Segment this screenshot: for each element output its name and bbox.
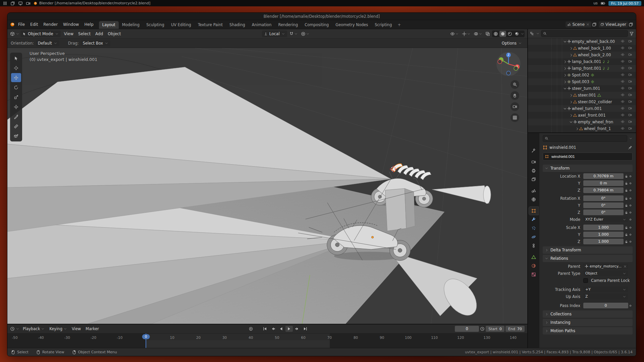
section-header-motion-paths[interactable]: Motion Paths <box>543 327 633 335</box>
section-header-collections[interactable]: Collections <box>543 310 633 318</box>
decorator-icon[interactable] <box>629 203 632 207</box>
decorator-icon[interactable] <box>629 218 632 221</box>
hide-viewport-icon[interactable] <box>621 73 625 76</box>
viewport-camera-button[interactable] <box>511 102 519 111</box>
outliner-item-label[interactable]: wheel_back_1.00 <box>578 46 611 51</box>
camera-parent-lock-checkbox[interactable] <box>583 278 588 283</box>
outliner-item-steer.001[interactable]: steer.001 <box>528 92 636 99</box>
outliner-item-Spot.002[interactable]: Spot.002 <box>528 72 636 78</box>
expand-icon[interactable] <box>563 87 567 90</box>
timeline-menu-marker[interactable]: Marker <box>83 326 101 332</box>
number-field[interactable]: 0 <box>583 303 628 308</box>
overlays-toggle[interactable] <box>473 31 483 37</box>
os-window-entry[interactable]: Blender [/home/amalie/Desktop/blender/mo… <box>34 1 150 5</box>
decorator-icon[interactable] <box>629 196 632 200</box>
expand-icon[interactable] <box>569 113 573 118</box>
expand-icon[interactable] <box>569 120 573 124</box>
disable-render-icon[interactable] <box>628 86 632 90</box>
playhead-line[interactable] <box>146 340 146 348</box>
disable-render-icon[interactable] <box>628 93 632 97</box>
checkbox-label[interactable]: Camera Parent Lock <box>591 278 630 283</box>
disable-render-icon[interactable] <box>628 66 632 70</box>
menu-edit[interactable]: Edit <box>28 21 41 27</box>
os-apps-icon[interactable] <box>3 1 7 6</box>
viewport-menu-select[interactable]: Select <box>76 31 93 37</box>
hide-viewport-icon[interactable] <box>621 46 625 50</box>
frame-end-field[interactable]: End 70 <box>505 326 525 332</box>
tool-cursor[interactable] <box>11 63 21 72</box>
view-layer-selector[interactable]: ViewLayer <box>599 21 628 27</box>
tool-measure[interactable] <box>11 122 21 131</box>
lock-icon[interactable] <box>625 240 628 243</box>
viewport-grid-button[interactable] <box>511 113 519 122</box>
outliner-search[interactable] <box>541 30 628 37</box>
outliner-item-label[interactable]: axel_front.001 <box>578 113 605 118</box>
lock-icon[interactable] <box>625 196 628 200</box>
jump-to-start-button[interactable] <box>261 326 269 332</box>
os-clock[interactable]: Fri, 19 Jul 00:57 <box>608 1 641 6</box>
orientation-setting-dropdown[interactable]: Default <box>36 40 59 46</box>
timeline-menu-keying[interactable]: Keying <box>47 326 69 332</box>
lock-icon[interactable] <box>625 233 628 236</box>
properties-tab-modifiers[interactable] <box>529 216 538 224</box>
options-dropdown[interactable]: Options <box>500 40 524 46</box>
outliner-item-empty_wheel_back.00[interactable]: empty_wheel_back.00 <box>528 38 636 45</box>
snap-toggle[interactable] <box>288 31 299 37</box>
drag-setting-dropdown[interactable]: Select Box <box>81 40 111 46</box>
shading-wireframe-button[interactable] <box>492 31 499 37</box>
decorator-icon[interactable] <box>629 226 632 229</box>
workspace-tab-sculpting[interactable]: Sculpting <box>143 21 168 29</box>
timeline-editor-icon[interactable] <box>10 326 15 331</box>
outliner-editor-icon[interactable] <box>530 31 535 36</box>
timeline-ruler[interactable]: -50-40-30-20-100102030405060708090100110… <box>7 333 527 340</box>
outliner-item-label[interactable]: lamp_back.001 <box>572 59 601 64</box>
viewport-menu-object[interactable]: Object <box>105 31 123 37</box>
properties-search[interactable] <box>543 135 627 142</box>
decorator-icon[interactable] <box>629 210 632 214</box>
properties-tab-physics[interactable] <box>529 233 538 241</box>
dropdown-mode[interactable]: XYZ Euler <box>583 217 628 222</box>
viewport-zoom-button[interactable] <box>511 80 519 89</box>
disable-render-icon[interactable] <box>628 73 632 76</box>
number-field[interactable]: 0° <box>583 209 624 215</box>
expand-icon[interactable] <box>569 46 573 51</box>
scene-selector[interactable]: Scene <box>566 21 591 27</box>
lock-icon[interactable] <box>625 181 628 185</box>
expand-icon[interactable] <box>575 127 579 131</box>
3d-viewport[interactable]: User Perspective (0) uvtex_export | wins… <box>7 48 527 324</box>
hide-viewport-icon[interactable] <box>621 93 625 97</box>
timeline-menu-view[interactable]: View <box>69 326 83 332</box>
outliner-item-empty_wheel_fron[interactable]: empty_wheel_fron <box>528 119 636 125</box>
workspace-tab-uv-editing[interactable]: UV Editing <box>168 21 195 29</box>
outliner-item-steer.002_collider[interactable]: steer.002_collider <box>528 99 636 105</box>
workspace-tab-texture-paint[interactable]: Texture Paint <box>195 21 226 29</box>
properties-tab-world[interactable] <box>529 195 538 203</box>
parent-object-field[interactable]: empty_motorcy... <box>583 263 628 269</box>
next-keyframe-button[interactable] <box>293 326 301 332</box>
outliner-item-lamp_front.001[interactable]: lamp_front.001 <box>528 65 636 72</box>
filter-icon[interactable] <box>629 31 634 36</box>
disable-render-icon[interactable] <box>628 53 632 56</box>
workspace-tab-scripting[interactable]: Scripting <box>371 21 395 29</box>
dropdown-parent-type[interactable]: Object <box>583 270 628 276</box>
outliner-item-label[interactable]: wheel_turn.001 <box>572 106 602 111</box>
hide-viewport-icon[interactable] <box>621 86 625 90</box>
tool-select-box[interactable] <box>11 54 21 63</box>
hide-viewport-icon[interactable] <box>621 113 625 117</box>
hide-viewport-icon[interactable] <box>621 66 625 70</box>
outliner-item-label[interactable]: lamp_front.001 <box>572 66 601 71</box>
object-name-input[interactable] <box>551 154 630 159</box>
new-view-layer-icon[interactable] <box>629 22 633 27</box>
shading-material-button[interactable] <box>506 31 513 37</box>
disable-render-icon[interactable] <box>628 120 632 123</box>
disable-render-icon[interactable] <box>628 59 632 63</box>
disable-render-icon[interactable] <box>628 126 632 130</box>
os-files-icon[interactable] <box>10 1 15 6</box>
lock-icon[interactable] <box>625 188 628 192</box>
properties-tab-particles[interactable] <box>529 224 538 232</box>
3d-scene[interactable] <box>7 48 527 324</box>
workspace-tab-layout[interactable]: Layout <box>99 21 119 29</box>
jump-to-end-button[interactable] <box>302 326 309 332</box>
os-terminal-icon[interactable] <box>18 1 23 6</box>
gizmos-toggle[interactable] <box>461 31 472 37</box>
